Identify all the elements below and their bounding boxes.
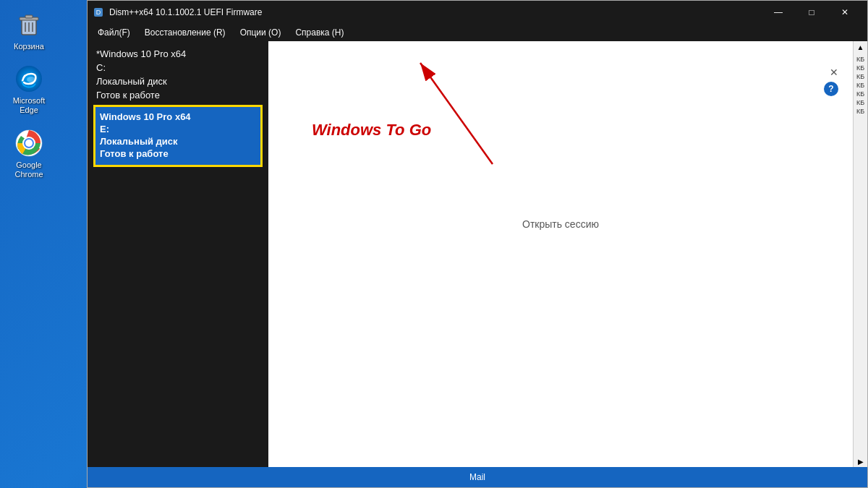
kb-label-2: КБ: [856, 64, 864, 72]
edge-icon-container[interactable]: Microsoft Edge: [3, 61, 55, 118]
menu-help[interactable]: Справка (Н): [288, 26, 351, 39]
status-label: Mail: [469, 472, 485, 482]
desktop: Корзина Microsoft Edge: [0, 0, 868, 488]
menu-options[interactable]: Опции (О): [233, 26, 289, 39]
svg-line-16: [420, 63, 493, 164]
selected-item-box[interactable]: Windows 10 Pro x64 E: Локальный диск Гот…: [93, 105, 263, 167]
chrome-icon-container[interactable]: Google Chrome: [3, 126, 55, 182]
selected-item-status: Готов к работе: [100, 148, 256, 159]
left-panel-drive[interactable]: C:: [93, 61, 263, 74]
selected-item-drive: E:: [100, 124, 256, 134]
menu-restore[interactable]: Восстановление (R): [137, 26, 233, 39]
kb-label-6: КБ: [856, 99, 864, 106]
maximize-button[interactable]: □: [795, 1, 828, 24]
edge-label: Microsoft Edge: [6, 96, 52, 115]
svg-point-7: [27, 77, 35, 82]
kb-label-3: КБ: [856, 73, 864, 80]
open-session-text: Открыть сессию: [268, 218, 853, 230]
left-panel: *Windows 10 Pro x64 C: Локальный диск Го…: [88, 41, 268, 467]
left-panel-status[interactable]: Готов к работе: [93, 88, 263, 102]
right-panel: ▲ КБ КБ КБ КБ КБ КБ КБ ▶: [853, 41, 867, 467]
selected-item-name: Windows 10 Pro x64: [100, 111, 256, 122]
menu-file[interactable]: Файл(F): [90, 26, 137, 39]
minimize-button[interactable]: —: [762, 1, 795, 24]
status-bar: Mail: [88, 467, 867, 487]
main-area: ✕ ? Windows To Go Открыть сессию: [268, 41, 853, 467]
title-bar: D Dism++x64 10.1.1002.1 UEFI Firmware — …: [88, 1, 867, 24]
menu-bar: Файл(F) Восстановление (R) Опции (О) Спр…: [88, 24, 867, 41]
recycle-bin-label: Корзина: [14, 42, 44, 51]
window-title: Dism++x64 10.1.1002.1 UEFI Firmware: [109, 7, 762, 17]
kb-label-4: КБ: [856, 82, 864, 89]
app-window: D Dism++x64 10.1.1002.1 UEFI Firmware — …: [87, 0, 868, 488]
kb-label-5: КБ: [856, 90, 864, 98]
kb-label-7: КБ: [856, 108, 864, 115]
scroll-up-arrow[interactable]: ▲: [855, 41, 867, 53]
recycle-bin-icon[interactable]: Корзина: [3, 7, 55, 54]
left-panel-disk[interactable]: Локальный диск: [93, 74, 263, 88]
svg-rect-2: [25, 15, 33, 18]
close-button[interactable]: ✕: [828, 1, 861, 24]
info-button[interactable]: ?: [824, 82, 838, 96]
selected-item-disk: Локальный диск: [100, 136, 256, 147]
annotation-svg: [377, 41, 666, 186]
kb-label-1: КБ: [856, 56, 864, 63]
content-area: *Windows 10 Pro x64 C: Локальный диск Го…: [88, 41, 867, 467]
scroll-right-arrow[interactable]: ▶: [855, 455, 867, 467]
panel-close-button[interactable]: ✕: [830, 67, 838, 78]
kb-labels: КБ КБ КБ КБ КБ КБ КБ: [856, 53, 864, 455]
window-controls: — □ ✕: [762, 1, 861, 24]
app-icon: D: [93, 7, 105, 18]
chrome-label: Google Chrome: [6, 160, 52, 179]
svg-text:D: D: [96, 9, 101, 16]
windows-to-go-label: Windows To Go: [312, 121, 431, 140]
desktop-icons: Корзина Microsoft Edge: [0, 0, 58, 182]
left-panel-item-name[interactable]: *Windows 10 Pro x64: [93, 47, 263, 61]
